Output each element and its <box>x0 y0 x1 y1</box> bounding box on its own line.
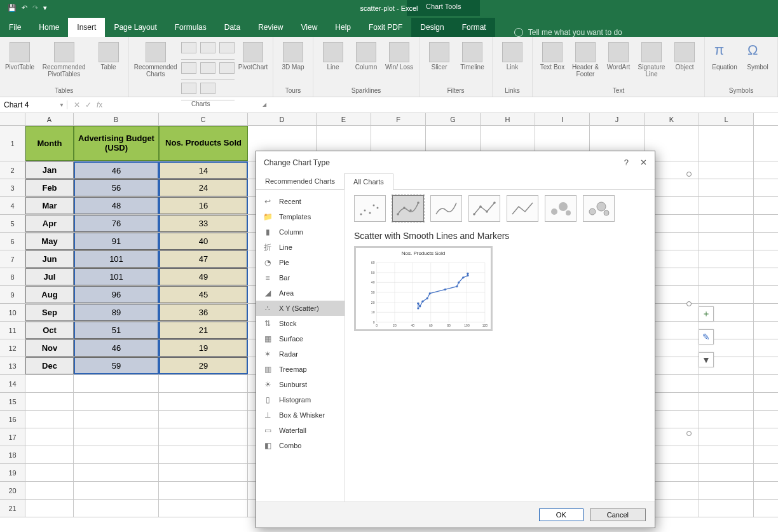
col-header-f[interactable]: F <box>371 113 426 125</box>
close-icon[interactable]: ✕ <box>640 158 647 167</box>
timeline-button[interactable]: Timeline <box>458 42 487 71</box>
tab-data[interactable]: Data <box>215 18 249 37</box>
fx-icon[interactable]: fx <box>97 100 102 109</box>
chart-cat-x-y-scatter-[interactable]: ∴X Y (Scatter) <box>256 301 345 316</box>
cell-budget[interactable]: 91 <box>74 233 159 250</box>
tab-page-layout[interactable]: Page Layout <box>105 18 165 37</box>
pivot-table-button[interactable]: PivotTable <box>5 42 34 71</box>
sparkline-line-button[interactable]: Line <box>318 42 348 71</box>
cell-sold[interactable]: 19 <box>159 339 248 357</box>
empty-cell[interactable] <box>74 428 159 446</box>
col-header-a[interactable]: A <box>25 113 74 125</box>
empty-cell[interactable] <box>159 446 248 463</box>
col-header-d[interactable]: D <box>248 113 317 125</box>
col-header-l[interactable]: L <box>699 113 754 125</box>
empty-cell[interactable] <box>699 482 754 499</box>
redo-icon[interactable]: ↷ <box>32 4 38 12</box>
cell-month[interactable]: Aug <box>25 286 74 303</box>
col-header-e[interactable]: E <box>317 113 371 125</box>
empty-cell[interactable] <box>699 268 754 285</box>
subtype-straight-lines[interactable] <box>507 195 538 222</box>
empty-cell[interactable] <box>699 500 754 517</box>
textbox-button[interactable]: Text Box <box>538 42 567 71</box>
row-header[interactable]: 12 <box>0 339 25 357</box>
tab-all-charts[interactable]: All Charts <box>345 174 393 190</box>
col-header-g[interactable]: G <box>426 113 481 125</box>
cell-month[interactable]: Feb <box>25 179 74 196</box>
empty-cell[interactable] <box>699 446 754 463</box>
object-button[interactable]: Object <box>670 42 699 71</box>
row-header[interactable]: 16 <box>0 411 25 428</box>
empty-cell[interactable] <box>699 411 754 428</box>
chart-cat-waterfall[interactable]: ▭Waterfall <box>256 423 345 438</box>
cell-sold[interactable]: 49 <box>159 268 248 285</box>
cell-sold[interactable]: 16 <box>159 197 248 214</box>
col-header-j[interactable]: J <box>590 113 645 125</box>
chart-cat-sunburst[interactable]: ☀Sunburst <box>256 377 345 392</box>
equation-button[interactable]: πEquation <box>710 42 739 71</box>
chevron-down-icon[interactable]: ▼ <box>59 102 64 108</box>
empty-cell[interactable] <box>74 375 159 392</box>
empty-cell[interactable] <box>699 250 754 268</box>
row-header[interactable]: 20 <box>0 482 25 499</box>
empty-cell[interactable] <box>159 411 248 428</box>
chart-type-gallery[interactable] <box>181 42 235 100</box>
empty-cell[interactable] <box>25 482 74 499</box>
subtype-bubble[interactable] <box>545 195 577 222</box>
empty-cell[interactable] <box>159 500 248 517</box>
cell-sold[interactable]: 24 <box>159 179 248 196</box>
cell-month[interactable]: Apr <box>25 215 74 232</box>
qat-more-icon[interactable]: ▾ <box>43 4 47 12</box>
cell-month[interactable]: Jul <box>25 268 74 285</box>
cell-sold[interactable]: 14 <box>159 161 248 179</box>
col-header-b[interactable]: B <box>74 113 159 125</box>
cell-budget[interactable]: 51 <box>74 322 159 339</box>
help-button[interactable]: ? <box>624 158 629 167</box>
subtype-smooth-lines[interactable] <box>430 195 462 222</box>
cell-budget[interactable]: 59 <box>74 357 159 374</box>
cell-month[interactable]: Jan <box>25 161 74 179</box>
empty-cell[interactable] <box>699 464 754 481</box>
cell-sold[interactable]: 21 <box>159 322 248 339</box>
header-sold[interactable]: Nos. Products Sold <box>159 126 248 161</box>
tab-review[interactable]: Review <box>249 18 292 37</box>
empty-cell[interactable] <box>699 393 754 410</box>
empty-cell[interactable] <box>159 375 248 392</box>
empty-cell[interactable] <box>699 286 754 303</box>
chart-cat-column[interactable]: ▮Column <box>256 224 345 240</box>
sparkline-column-button[interactable]: Column <box>351 42 381 71</box>
tab-formulas[interactable]: Formulas <box>166 18 215 37</box>
row-header[interactable]: 9 <box>0 286 25 303</box>
col-header-c[interactable]: C <box>159 113 248 125</box>
empty-cell[interactable] <box>25 375 74 392</box>
sparkline-winloss-button[interactable]: Win/ Loss <box>385 42 414 71</box>
row-header[interactable]: 4 <box>0 197 25 214</box>
3d-map-button[interactable]: 3D Map <box>278 42 308 71</box>
cell-month[interactable]: Dec <box>25 357 74 374</box>
undo-icon[interactable]: ↶ <box>22 4 27 12</box>
header-footer-button[interactable]: Header & Footer <box>571 42 600 78</box>
cell-month[interactable]: May <box>25 233 74 250</box>
row-header[interactable]: 14 <box>0 375 25 392</box>
cell-sold[interactable]: 29 <box>159 357 248 374</box>
slicer-button[interactable]: Slicer <box>425 42 454 71</box>
empty-cell[interactable] <box>699 233 754 250</box>
charts-dialog-launcher[interactable]: ◢ <box>263 102 266 107</box>
empty-cell[interactable] <box>25 446 74 463</box>
chart-cat-pie[interactable]: ◔Pie <box>256 255 345 270</box>
cell-budget[interactable]: 56 <box>74 179 159 196</box>
chart-elements-button[interactable]: ＋ <box>699 306 714 322</box>
row-header[interactable]: 15 <box>0 393 25 410</box>
chart-cat-surface[interactable]: ▦Surface <box>256 331 345 346</box>
pivotchart-button[interactable]: PivotChart <box>238 42 268 71</box>
chart-cat-templates[interactable]: 📁Templates <box>256 209 345 224</box>
row-header-1[interactable]: 1 <box>0 126 25 161</box>
row-header[interactable]: 5 <box>0 215 25 232</box>
empty-cell[interactable] <box>74 411 159 428</box>
empty-cell[interactable] <box>159 464 248 481</box>
tab-recommended-charts[interactable]: Recommended Charts <box>256 174 345 189</box>
row-header[interactable]: 21 <box>0 500 25 517</box>
chart-cat-recent[interactable]: ↩Recent <box>256 194 345 209</box>
row-header[interactable]: 3 <box>0 179 25 196</box>
row-header[interactable]: 13 <box>0 357 25 374</box>
